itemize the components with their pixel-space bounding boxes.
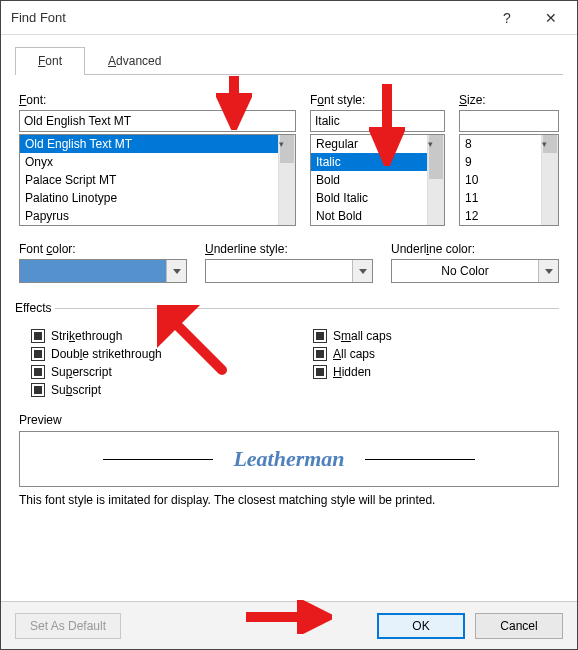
chevron-down-icon bbox=[352, 260, 372, 282]
checkbox-superscript[interactable]: Superscript bbox=[31, 363, 273, 381]
tab-advanced[interactable]: Advanced bbox=[85, 47, 184, 75]
list-item[interactable]: Palace Script MT bbox=[20, 171, 278, 189]
list-item[interactable]: Palatino Linotype bbox=[20, 189, 278, 207]
underline-style-label: Underline style: bbox=[205, 242, 373, 256]
list-item[interactable]: Old English Text MT bbox=[20, 135, 278, 153]
font-color-label: Font color: bbox=[19, 242, 187, 256]
list-item[interactable]: Bold bbox=[311, 171, 427, 189]
checkbox-icon bbox=[313, 347, 327, 361]
size-input[interactable] bbox=[459, 110, 559, 132]
window-title: Find Font bbox=[11, 10, 485, 25]
titlebar: Find Font ? ✕ bbox=[1, 1, 577, 35]
preview-rule bbox=[103, 459, 213, 460]
font-input[interactable] bbox=[19, 110, 296, 132]
font-style-listbox[interactable]: Regular Italic Bold Bold Italic Not Bold… bbox=[310, 134, 445, 226]
checkbox-subscript[interactable]: Subscript bbox=[31, 381, 273, 399]
list-item[interactable]: 9 bbox=[460, 153, 541, 171]
set-default-button[interactable]: Set As Default bbox=[15, 613, 121, 639]
font-label: Font: bbox=[19, 93, 296, 107]
font-group: Font: Old English Text MT Onyx Palace Sc… bbox=[19, 93, 296, 226]
preview-text: Leatherman bbox=[233, 446, 344, 472]
underline-color-dropdown[interactable]: No Color bbox=[391, 259, 559, 283]
font-listbox[interactable]: Old English Text MT Onyx Palace Script M… bbox=[19, 134, 296, 226]
font-color-dropdown[interactable] bbox=[19, 259, 187, 283]
effects-legend: Effects bbox=[15, 301, 55, 315]
dialog-content: Font: Old English Text MT Onyx Palace Sc… bbox=[1, 75, 577, 601]
tab-strip: Font Advanced bbox=[15, 45, 563, 75]
list-item[interactable]: Bold Italic bbox=[311, 189, 427, 207]
ok-button[interactable]: OK bbox=[377, 613, 465, 639]
help-button[interactable]: ? bbox=[485, 3, 529, 33]
checkbox-icon bbox=[31, 347, 45, 361]
font-color-group: Font color: bbox=[19, 242, 187, 283]
close-button[interactable]: ✕ bbox=[529, 3, 573, 33]
chevron-down-icon bbox=[538, 260, 558, 282]
list-item[interactable]: 12 bbox=[460, 207, 541, 225]
underline-color-value: No Color bbox=[392, 260, 538, 282]
list-item[interactable]: Papyrus bbox=[20, 207, 278, 225]
preview-label: Preview bbox=[19, 413, 559, 427]
underline-color-group: Underline color: No Color bbox=[391, 242, 559, 283]
checkbox-all-caps[interactable]: All caps bbox=[313, 345, 555, 363]
checkbox-double-strikethrough[interactable]: Double strikethrough bbox=[31, 345, 273, 363]
checkbox-icon bbox=[31, 329, 45, 343]
list-item[interactable]: Italic bbox=[311, 153, 427, 171]
font-style-group: Font style: Regular Italic Bold Bold Ita… bbox=[310, 93, 445, 226]
list-item[interactable]: 10 bbox=[460, 171, 541, 189]
scrollbar[interactable]: ▴ ▾ bbox=[541, 135, 558, 225]
tab-font[interactable]: Font bbox=[15, 47, 85, 75]
size-label: Size: bbox=[459, 93, 559, 107]
list-item[interactable]: Regular bbox=[311, 135, 427, 153]
list-item[interactable]: Not Bold bbox=[311, 207, 427, 225]
size-group: Size: 8 9 10 11 12 ▴ ▾ bbox=[459, 93, 559, 226]
font-style-label: Font style: bbox=[310, 93, 445, 107]
checkbox-icon bbox=[313, 329, 327, 343]
checkbox-hidden[interactable]: Hidden bbox=[313, 363, 555, 381]
preview-rule bbox=[365, 459, 475, 460]
underline-style-value bbox=[206, 260, 352, 282]
list-item[interactable]: 11 bbox=[460, 189, 541, 207]
dialog-footer: Set As Default OK Cancel bbox=[1, 601, 577, 649]
font-color-swatch bbox=[20, 260, 166, 282]
list-item[interactable]: 8 bbox=[460, 135, 541, 153]
underline-color-label: Underline color: bbox=[391, 242, 559, 256]
scrollbar[interactable]: ▴ ▾ bbox=[278, 135, 295, 225]
checkbox-small-caps[interactable]: Small caps bbox=[313, 327, 555, 345]
chevron-down-icon bbox=[166, 260, 186, 282]
checkbox-icon bbox=[31, 383, 45, 397]
font-style-input[interactable] bbox=[310, 110, 445, 132]
scrollbar[interactable]: ▴ ▾ bbox=[427, 135, 444, 225]
checkbox-strikethrough[interactable]: Strikethrough bbox=[31, 327, 273, 345]
underline-style-dropdown[interactable] bbox=[205, 259, 373, 283]
cancel-button[interactable]: Cancel bbox=[475, 613, 563, 639]
find-font-dialog: Find Font ? ✕ Font Advanced Font: Old En… bbox=[0, 0, 578, 650]
size-listbox[interactable]: 8 9 10 11 12 ▴ ▾ bbox=[459, 134, 559, 226]
checkbox-icon bbox=[313, 365, 327, 379]
list-item[interactable]: Onyx bbox=[20, 153, 278, 171]
checkbox-icon bbox=[31, 365, 45, 379]
underline-style-group: Underline style: bbox=[205, 242, 373, 283]
effects-group: Effects Strikethrough Double strikethrou… bbox=[19, 301, 559, 403]
preview-note: This font style is imitated for display.… bbox=[19, 493, 559, 507]
preview-box: Leatherman bbox=[19, 431, 559, 487]
